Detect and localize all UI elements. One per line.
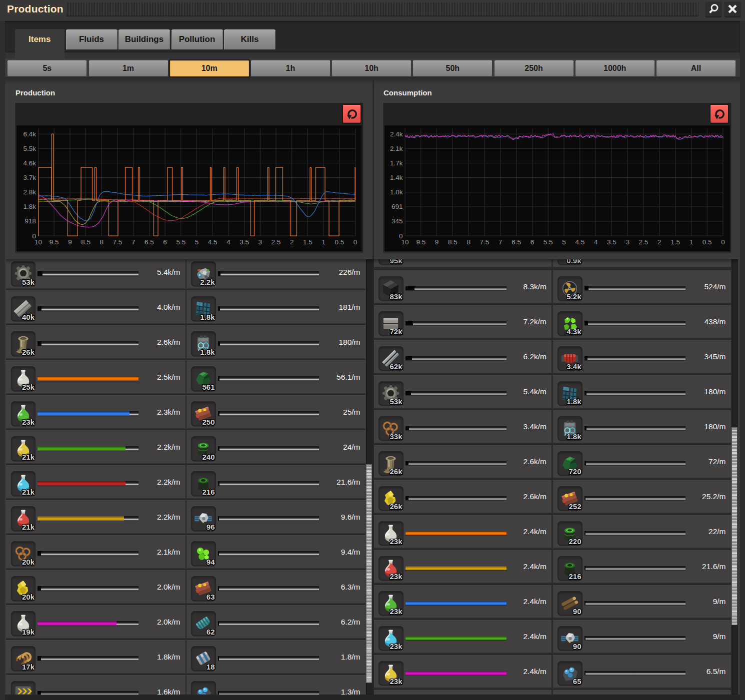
svg-text:6: 6 xyxy=(163,238,167,246)
svg-text:4: 4 xyxy=(594,238,598,246)
svg-text:4.6k: 4.6k xyxy=(23,159,36,167)
svg-text:8.5: 8.5 xyxy=(448,238,458,246)
svg-text:3: 3 xyxy=(258,238,262,246)
svg-text:4.5: 4.5 xyxy=(575,238,584,246)
svg-text:9.5: 9.5 xyxy=(50,238,59,246)
svg-text:3.5: 3.5 xyxy=(240,238,249,246)
svg-text:10: 10 xyxy=(401,238,408,246)
svg-text:2: 2 xyxy=(290,238,294,246)
svg-text:2.1k: 2.1k xyxy=(390,145,403,152)
svg-text:3.5: 3.5 xyxy=(607,238,616,246)
svg-text:8.5: 8.5 xyxy=(81,238,90,246)
svg-text:6.5: 6.5 xyxy=(144,238,154,246)
svg-text:10: 10 xyxy=(34,238,42,246)
svg-text:3: 3 xyxy=(626,238,630,246)
svg-text:9.5: 9.5 xyxy=(416,238,426,246)
svg-text:8: 8 xyxy=(466,238,470,246)
svg-text:4: 4 xyxy=(226,238,230,246)
svg-text:691: 691 xyxy=(392,203,403,210)
svg-text:7: 7 xyxy=(498,238,502,246)
svg-text:0.5: 0.5 xyxy=(334,238,344,246)
svg-text:5: 5 xyxy=(195,238,199,246)
svg-text:345: 345 xyxy=(392,217,403,225)
svg-text:2: 2 xyxy=(658,238,662,246)
svg-text:5.5: 5.5 xyxy=(544,238,553,246)
svg-text:8: 8 xyxy=(100,238,104,246)
svg-text:4.5: 4.5 xyxy=(208,238,218,246)
svg-text:1.4k: 1.4k xyxy=(390,174,403,181)
svg-text:1.5: 1.5 xyxy=(303,238,312,246)
svg-text:1.8k: 1.8k xyxy=(23,203,36,210)
svg-text:2.5: 2.5 xyxy=(639,238,648,246)
svg-text:5.5: 5.5 xyxy=(176,238,186,246)
svg-text:1: 1 xyxy=(690,238,694,246)
svg-text:7.5: 7.5 xyxy=(480,238,490,246)
svg-text:0: 0 xyxy=(354,238,358,246)
svg-text:7.5: 7.5 xyxy=(113,238,122,246)
svg-text:9: 9 xyxy=(435,238,439,246)
svg-text:3.7k: 3.7k xyxy=(23,174,36,181)
svg-text:7: 7 xyxy=(132,238,136,246)
svg-text:1.5: 1.5 xyxy=(670,238,680,246)
svg-text:1.0k: 1.0k xyxy=(390,188,403,196)
svg-text:918: 918 xyxy=(24,217,36,225)
svg-text:1.7k: 1.7k xyxy=(390,159,403,167)
svg-text:2.5: 2.5 xyxy=(272,238,281,246)
svg-text:6.5: 6.5 xyxy=(512,238,521,246)
svg-text:6.4k: 6.4k xyxy=(23,130,36,138)
svg-text:5.5k: 5.5k xyxy=(23,145,36,152)
svg-text:2.8k: 2.8k xyxy=(23,188,36,196)
svg-text:0: 0 xyxy=(721,238,725,246)
svg-text:2.4k: 2.4k xyxy=(390,130,403,138)
svg-text:6: 6 xyxy=(530,238,534,246)
svg-text:9: 9 xyxy=(68,238,72,246)
svg-text:0.5: 0.5 xyxy=(702,238,712,246)
svg-text:1: 1 xyxy=(322,238,326,246)
svg-text:5: 5 xyxy=(562,238,566,246)
